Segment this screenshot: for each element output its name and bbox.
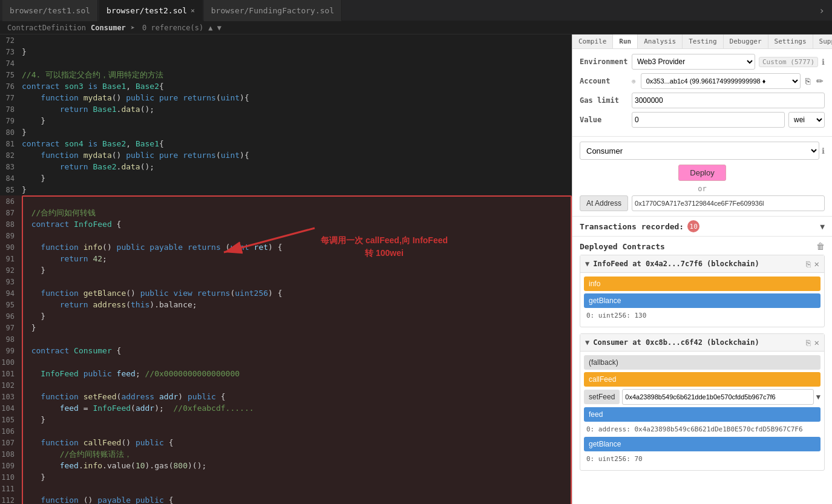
- tab-test2-close[interactable]: ✕: [191, 7, 195, 15]
- gas-limit-row: Gas limit: [580, 93, 825, 108]
- deployed-contracts-section: Deployed Contracts 🗑 ▼ InfoFeed at 0x4a2…: [572, 237, 832, 504]
- breadcrumb-references: 0 reference(s): [142, 24, 203, 32]
- line-82: 82 function mydata() public pure returns…: [0, 149, 572, 161]
- consumer-fallback-button[interactable]: (fallback): [584, 355, 821, 370]
- line-96: 96 }: [0, 310, 572, 322]
- consumer-setfeed-chevron-icon[interactable]: ▼: [816, 393, 821, 401]
- at-address-input[interactable]: [632, 195, 825, 211]
- line-102: 102: [0, 379, 572, 391]
- gas-limit-input[interactable]: [632, 93, 825, 108]
- line-95: 95 return address(this).balance;: [0, 299, 572, 310]
- tab-test1-label: browser/test1.sol: [10, 6, 90, 15]
- breadcrumb-bar: ContractDefinition Consumer ➤ 0 referenc…: [0, 21, 832, 34]
- infofeed-getblance-button[interactable]: getBlance: [584, 293, 821, 308]
- value-label: Value: [580, 116, 628, 124]
- environment-custom-badge: Custom (5777): [759, 57, 818, 67]
- tab-settings[interactable]: Settings: [768, 34, 813, 48]
- tab-bar: browser/test1.sol browser/test2.sol ✕ br…: [0, 0, 832, 21]
- line-106: 106: [0, 425, 572, 437]
- line-78: 78 return Base1.data();: [0, 103, 572, 115]
- line-77: 77 function mydata() public pure returns…: [0, 92, 572, 103]
- line-110: 110 }: [0, 471, 572, 483]
- code-editor[interactable]: 72 73} 74 75//4. 可以指定父合约，调用特定的方法 76contr…: [0, 34, 572, 504]
- consumer-callfeed-button[interactable]: callFeed: [584, 372, 821, 387]
- infofeed-collapse-icon[interactable]: ▼: [585, 260, 589, 268]
- tx-label-row: Transactions recorded: 10: [580, 220, 699, 232]
- infofeed-contract-body: info getBlance 0: uint256: 130: [580, 273, 824, 327]
- tab-fundingfactory[interactable]: browser/FundingFactory.sol: [204, 0, 342, 21]
- line-104: 104 feed = InfoFeed(addr); //0xfeabcdf..…: [0, 402, 572, 414]
- line-107: 107 function callFeed() public {: [0, 437, 572, 448]
- consumer-contract-block: ▼ Consumer at 0xc8b...c6f42 (blockchain)…: [580, 333, 825, 471]
- consumer-setfeed-row: setFeed ▼: [584, 389, 821, 405]
- infofeed-copy-icon[interactable]: ⎘: [806, 260, 811, 269]
- line-79: 79 }: [0, 115, 572, 126]
- environment-select[interactable]: Web3 Provider: [632, 54, 755, 70]
- tab-support[interactable]: Support: [813, 34, 832, 48]
- line-91: 91 return 42;: [0, 253, 572, 264]
- consumer-setfeed-input[interactable]: [622, 389, 813, 405]
- consumer-setfeed-button[interactable]: setFeed: [584, 390, 620, 404]
- infofeed-info-button[interactable]: info: [584, 277, 821, 291]
- line-85: 85}: [0, 184, 572, 195]
- environment-section: Environment Web3 Provider Custom (5777) …: [572, 49, 832, 137]
- value-row: Value wei gwei finney ether: [580, 112, 825, 128]
- account-plus-icon[interactable]: ⊕: [632, 77, 636, 85]
- value-input[interactable]: [632, 112, 785, 128]
- consumer-info-icon: ℹ: [822, 146, 825, 155]
- tab-testing[interactable]: Testing: [683, 34, 723, 48]
- gas-limit-label: Gas limit: [580, 96, 628, 105]
- line-98: 98: [0, 333, 572, 345]
- line-90: 90 function info() public payable return…: [0, 241, 572, 253]
- consumer-getblance-button[interactable]: getBlance: [584, 437, 821, 451]
- deploy-btn-row: Deploy: [580, 165, 825, 181]
- delete-all-contracts-icon[interactable]: 🗑: [816, 241, 825, 251]
- environment-row: Environment Web3 Provider Custom (5777) …: [580, 54, 825, 70]
- consumer-dropdown[interactable]: Consumer InfoFeed: [580, 142, 819, 160]
- line-103: 103 function setFeed(address addr) publi…: [0, 391, 572, 402]
- tab-overflow-arrow[interactable]: ›: [814, 5, 830, 16]
- line-87: 87 //合约间如何转钱: [0, 207, 572, 218]
- consumer-contract-body: (fallback) callFeed setFeed ▼ feed 0: ad…: [580, 352, 824, 470]
- deployed-contracts-title: Deployed Contracts: [580, 242, 665, 251]
- tab-test1[interactable]: browser/test1.sol: [2, 0, 98, 21]
- line-83: 83 return Base2.data();: [0, 161, 572, 172]
- consumer-close-icon[interactable]: ✕: [814, 338, 819, 347]
- breadcrumb-nav-arrows[interactable]: ▲ ▼: [208, 24, 221, 32]
- tab-debugger[interactable]: Debugger: [724, 34, 768, 48]
- infofeed-contract-block: ▼ InfoFeed at 0x4a2...7c7f6 (blockchain)…: [580, 255, 825, 327]
- tab-list: browser/test1.sol browser/test2.sol ✕ br…: [2, 0, 814, 21]
- consumer-copy-icon[interactable]: ⎘: [806, 338, 811, 347]
- account-copy-button[interactable]: ⎘: [804, 76, 811, 86]
- consumer-collapse-icon[interactable]: ▼: [585, 338, 589, 347]
- line-100: 100: [0, 356, 572, 368]
- consumer-select-row: Consumer InfoFeed ℹ: [580, 142, 825, 160]
- tab-run[interactable]: Run: [613, 34, 638, 48]
- value-unit-select[interactable]: wei gwei finney ether: [788, 112, 825, 128]
- tab-analysis[interactable]: Analysis: [638, 34, 683, 48]
- tab-test2[interactable]: browser/test2.sol ✕: [99, 0, 203, 21]
- at-address-button[interactable]: At Address: [580, 195, 628, 211]
- breadcrumb-type: ContractDefinition: [7, 24, 86, 32]
- deploy-button[interactable]: Deploy: [678, 165, 726, 181]
- line-97: 97 }: [0, 322, 572, 333]
- deploy-section: Consumer InfoFeed ℹ Deploy or At Address: [572, 137, 832, 217]
- account-edit-button[interactable]: ✏: [815, 76, 825, 86]
- account-select[interactable]: 0x353...ab1c4 (99.9661749999999998 ♦: [641, 73, 801, 89]
- infofeed-close-icon[interactable]: ✕: [814, 259, 819, 269]
- transactions-chevron-icon: ▼: [820, 222, 825, 231]
- transactions-section[interactable]: Transactions recorded: 10 ▼: [572, 217, 832, 237]
- tab-compile[interactable]: Compile: [572, 34, 613, 48]
- line-105: 105 }: [0, 414, 572, 425]
- account-row: Account ⊕ 0x353...ab1c4 (99.966174999999…: [580, 73, 825, 89]
- breadcrumb-arrow-icon: ➤: [131, 24, 135, 32]
- line-99: 99 contract Consumer {: [0, 345, 572, 356]
- or-text: or: [580, 185, 825, 193]
- line-112: 112 function () payable public {: [0, 494, 572, 504]
- tab-test2-label: browser/test2.sol: [106, 6, 187, 15]
- infofeed-contract-header: ▼ InfoFeed at 0x4a2...7c7f6 (blockchain)…: [580, 255, 824, 273]
- line-76: 76contract son3 is Base1, Base2{: [0, 80, 572, 92]
- line-111: 111: [0, 483, 572, 494]
- right-panel: Compile Run Analysis Testing Debugger Se…: [572, 34, 832, 504]
- consumer-feed-button[interactable]: feed: [584, 407, 821, 422]
